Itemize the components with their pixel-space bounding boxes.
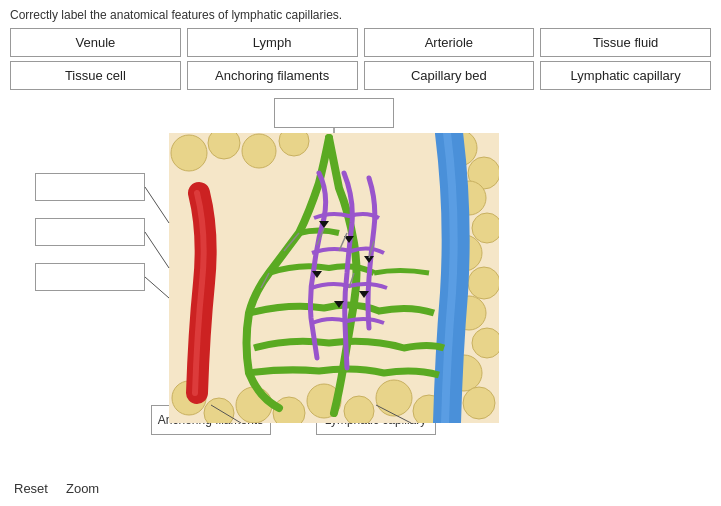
svg-line-37 bbox=[145, 232, 169, 268]
anatomy-image bbox=[169, 133, 499, 423]
svg-point-1 bbox=[171, 135, 207, 171]
drop-zone-left-2[interactable] bbox=[35, 218, 145, 246]
zoom-button[interactable]: Zoom bbox=[62, 479, 103, 498]
instruction-text: Correctly label the anatomical features … bbox=[0, 0, 721, 28]
svg-point-8 bbox=[472, 213, 499, 243]
label-tissue-fluid[interactable]: Tissue fluid bbox=[540, 28, 711, 57]
svg-point-2 bbox=[208, 133, 240, 159]
bottom-controls: Reset Zoom bbox=[10, 479, 103, 498]
drop-zone-left-3[interactable] bbox=[35, 263, 145, 291]
label-bank: Venule Lymph Arteriole Tissue fluid Tiss… bbox=[0, 28, 721, 98]
svg-point-16 bbox=[204, 398, 234, 423]
label-capillary-bed[interactable]: Capillary bed bbox=[364, 61, 535, 90]
diagram-area: Anchoring filaments Lymphatic capillary bbox=[21, 98, 721, 458]
svg-point-14 bbox=[463, 387, 495, 419]
svg-point-3 bbox=[242, 134, 276, 168]
label-anchoring-filaments[interactable]: Anchoring filaments bbox=[187, 61, 358, 90]
svg-point-12 bbox=[472, 328, 499, 358]
label-lymph[interactable]: Lymph bbox=[187, 28, 358, 57]
label-venule[interactable]: Venule bbox=[10, 28, 181, 57]
svg-point-17 bbox=[236, 387, 272, 423]
svg-point-20 bbox=[344, 396, 374, 423]
label-row-2: Tissue cell Anchoring filaments Capillar… bbox=[10, 61, 711, 90]
drop-zone-left-1[interactable] bbox=[35, 173, 145, 201]
svg-point-21 bbox=[376, 380, 412, 416]
label-lymphatic-capillary[interactable]: Lymphatic capillary bbox=[540, 61, 711, 90]
label-arteriole[interactable]: Arteriole bbox=[364, 28, 535, 57]
svg-line-36 bbox=[145, 187, 169, 223]
svg-point-10 bbox=[468, 267, 499, 299]
reset-button[interactable]: Reset bbox=[10, 479, 52, 498]
svg-line-38 bbox=[145, 277, 169, 298]
label-tissue-cell[interactable]: Tissue cell bbox=[10, 61, 181, 90]
drop-zone-top[interactable] bbox=[274, 98, 394, 128]
label-row-1: Venule Lymph Arteriole Tissue fluid bbox=[10, 28, 711, 57]
